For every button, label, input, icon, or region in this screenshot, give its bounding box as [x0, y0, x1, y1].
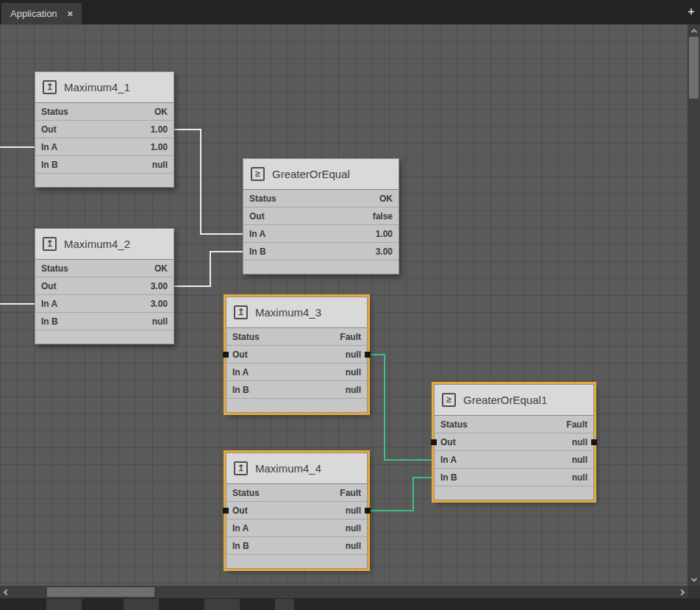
tab-close-icon[interactable]: × [68, 9, 74, 18]
port-pin-max4-out-left[interactable] [223, 508, 229, 514]
vertical-scrollbar[interactable] [688, 24, 700, 586]
wire-max3-to-ge1-ina[interactable] [368, 355, 434, 460]
scroll-down-button[interactable] [688, 573, 700, 586]
row-label: Status [440, 419, 468, 430]
node-title: GreaterOrEqual [272, 168, 350, 180]
row-label: In A [232, 367, 249, 377]
chevron-up-icon [690, 29, 696, 35]
row-out: Out null [435, 433, 593, 451]
horizontal-scrollbar[interactable] [0, 586, 688, 598]
row-status: Status Fault [226, 328, 367, 346]
scroll-up-button[interactable] [688, 24, 700, 37]
row-label: In A [440, 455, 457, 465]
row-label: Out [232, 506, 248, 516]
maximum-icon: ↥ [43, 80, 57, 94]
row-in-b: In B null [35, 313, 174, 330]
row-value: 3.00 [376, 247, 393, 257]
greater-or-equal-icon: ≥ [251, 167, 265, 181]
row-value: Fault [340, 488, 361, 498]
scrollbar-corner [688, 586, 700, 598]
node-maximum4-2[interactable]: ↥ Maximum4_2 Status OK Out 3.00 In A 3.0… [35, 228, 174, 344]
row-label: In B [440, 472, 457, 483]
row-value: 1.00 [151, 142, 168, 152]
port-pin-max3-out-right[interactable] [365, 352, 371, 358]
row-label: In B [249, 247, 266, 257]
maximum-icon: ↥ [234, 305, 248, 319]
row-label: Out [440, 437, 456, 447]
row-out: Out false [243, 208, 399, 225]
port-pin-max4-out-right[interactable] [365, 508, 371, 514]
row-status: Status Fault [435, 416, 593, 433]
node-footer [35, 330, 174, 344]
node-title: Maximum4_3 [255, 306, 321, 319]
row-out: Out 3.00 [35, 277, 174, 295]
row-value: null [346, 367, 361, 377]
wire-max2-to-ge-inb[interactable] [174, 252, 243, 286]
wire-max1-to-ge-ina[interactable] [174, 130, 243, 234]
row-value: null [346, 350, 361, 360]
row-label: Out [232, 350, 248, 360]
diagram-canvas[interactable]: ↥ Maximum4_1 Status OK Out 1.00 In A 1.0… [0, 24, 688, 586]
node-header[interactable]: ↥ Maximum4_2 [35, 229, 174, 260]
node-maximum4-4[interactable]: ↥ Maximum4_4 Status Fault Out null In A … [226, 453, 368, 569]
node-header[interactable]: ↥ Maximum4_1 [35, 72, 174, 103]
dock-tab-segment [204, 599, 240, 610]
row-value: null [152, 316, 168, 327]
scroll-left-button[interactable] [0, 586, 12, 598]
node-footer [226, 399, 367, 412]
node-greaterorequal[interactable]: ≥ GreaterOrEqual Status OK Out false In … [243, 158, 399, 274]
wire-max4-to-ge1-inb[interactable] [368, 478, 434, 511]
row-in-b: In B null [435, 469, 593, 486]
row-value: Fault [340, 332, 361, 342]
scroll-right-button[interactable] [675, 586, 688, 598]
node-title: GreaterOrEqual1 [463, 394, 547, 406]
row-value: OK [379, 194, 393, 204]
row-value: OK [154, 107, 168, 117]
row-value: null [346, 385, 361, 395]
tab-application[interactable]: Application × [1, 3, 82, 24]
node-maximum4-1[interactable]: ↥ Maximum4_1 Status OK Out 1.00 In A 1.0… [35, 71, 174, 188]
row-label: In B [41, 160, 58, 170]
add-tab-button[interactable]: + [685, 5, 697, 18]
port-pin-ge1-out-left[interactable] [431, 439, 437, 445]
tab-label: Application [10, 8, 57, 19]
node-header[interactable]: ≥ GreaterOrEqual1 [435, 385, 593, 416]
row-status: Status Fault [226, 484, 367, 502]
row-value: null [346, 506, 361, 516]
row-in-a: In A null [435, 451, 593, 469]
row-value: null [346, 523, 361, 533]
row-label: Out [41, 124, 57, 135]
row-value: null [346, 541, 361, 551]
row-in-a: In A null [226, 363, 367, 381]
node-greaterorequal1[interactable]: ≥ GreaterOrEqual1 Status Fault Out null … [434, 384, 594, 500]
node-footer [243, 260, 399, 274]
row-value: null [572, 472, 588, 483]
row-label: In B [232, 541, 249, 551]
tab-bar: Application × + [0, 0, 700, 24]
row-label: In B [41, 316, 58, 327]
node-maximum4-3[interactable]: ↥ Maximum4_3 Status Fault Out null In A … [226, 297, 368, 413]
row-value: OK [154, 263, 168, 274]
port-pin-ge1-out-right[interactable] [591, 439, 597, 445]
row-out: Out null [226, 346, 367, 363]
port-pin-max3-out-left[interactable] [223, 352, 229, 358]
row-value: Fault [566, 419, 588, 430]
row-value: 1.00 [151, 124, 168, 135]
row-value: false [373, 211, 393, 221]
vertical-scroll-thumb[interactable] [689, 37, 699, 99]
node-header[interactable]: ↥ Maximum4_3 [226, 297, 367, 328]
row-in-b: In B null [35, 156, 174, 174]
horizontal-scroll-thumb[interactable] [47, 587, 154, 597]
node-header[interactable]: ≥ GreaterOrEqual [243, 159, 399, 190]
dock-tab-segment [275, 599, 294, 610]
node-footer [435, 486, 593, 500]
node-title: Maximum4_2 [64, 238, 130, 250]
node-header[interactable]: ↥ Maximum4_4 [226, 453, 367, 484]
row-status: Status OK [35, 260, 174, 277]
chevron-right-icon [678, 589, 684, 595]
row-value: null [572, 437, 588, 447]
row-label: Status [41, 263, 68, 274]
row-label: In B [232, 385, 249, 395]
row-in-b: In B 3.00 [243, 243, 399, 260]
node-footer [35, 174, 174, 187]
